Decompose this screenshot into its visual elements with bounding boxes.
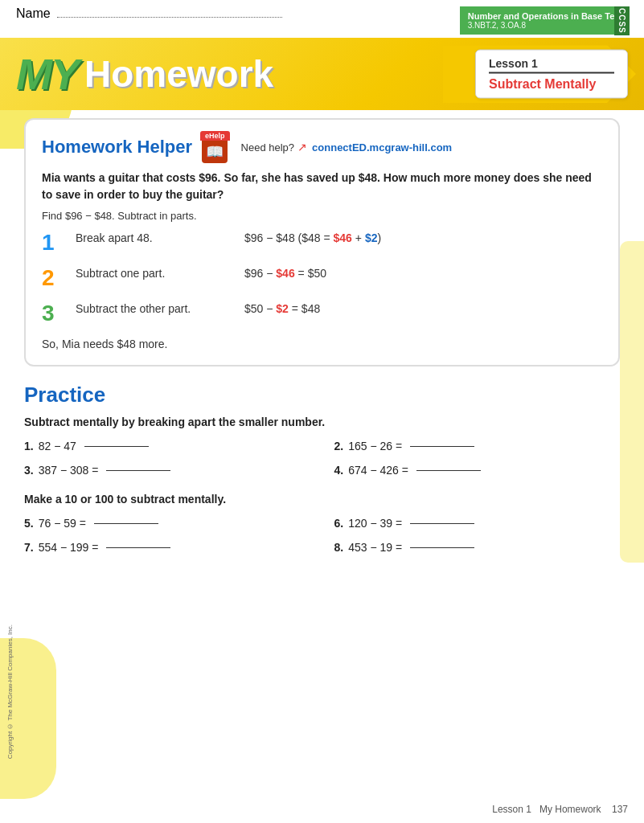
- ehelp-label: eHelp: [200, 131, 230, 141]
- answer-line-6[interactable]: [410, 523, 474, 524]
- homework-text: Homework: [84, 52, 273, 96]
- problem-4-text: 674 − 426 =: [348, 464, 408, 477]
- practice-instruction-1: Subtract mentally by breaking apart the …: [24, 416, 620, 428]
- practice-instruction-2: Make a 10 or 100 to subtract mentally.: [24, 493, 620, 506]
- footer-page: 137: [612, 804, 628, 815]
- step-3-label: Subtract the other part.: [76, 302, 196, 315]
- ehelp-icon: 📖: [202, 141, 228, 163]
- banner-text: MY Homework: [16, 49, 273, 99]
- problem-4: 4. 674 − 426 =: [334, 464, 621, 477]
- step-1-content: Break apart 48. $96 − $48 ($48 = $46 + $…: [76, 231, 602, 244]
- problem-3-num: 3.: [24, 464, 34, 477]
- step-3-content: Subtract the other part. $50 − $2 = $48: [76, 302, 602, 315]
- step-3-number: 3: [42, 302, 66, 325]
- problem-7-num: 7.: [24, 541, 34, 554]
- problem-statement: Mia wants a guitar that costs $96. So fa…: [42, 170, 602, 203]
- problem-5: 5. 76 − 59 =: [24, 517, 310, 530]
- answer-line-4[interactable]: [416, 470, 481, 471]
- connect-link[interactable]: connectED.mcgraw-hill.com: [312, 141, 452, 154]
- problem-8: 8. 453 − 19 =: [334, 541, 621, 554]
- problems-grid-2: 5. 76 − 59 = 6. 120 − 39 = 7. 554 − 199 …: [24, 517, 620, 554]
- name-input-line[interactable]: [57, 17, 282, 18]
- step-1-math: $96 − $48 ($48 = $46 + $2): [244, 231, 381, 244]
- step-2: 2 Subtract one part. $96 − $46 = $50: [42, 267, 602, 289]
- problem-6-text: 120 − 39 =: [348, 517, 402, 530]
- step-3-math: $50 − $2 = $48: [244, 302, 320, 315]
- lesson-title: Subtract Mentally: [489, 77, 614, 92]
- find-text: Find $96 − $48. Subtract in parts.: [42, 210, 602, 222]
- problem-2: 2. 165 − 26 =: [334, 440, 621, 452]
- answer-line-8[interactable]: [410, 547, 474, 548]
- footer-my-homework: My Homework: [539, 804, 601, 815]
- step-2-content: Subtract one part. $96 − $46 = $50: [76, 267, 602, 280]
- book-icon: 📖: [206, 143, 224, 161]
- helper-header: Homework Helper eHelp 📖 Need help? ↗ con…: [42, 131, 602, 163]
- ccss-label: CCSS: [614, 6, 630, 35]
- need-help-text: Need help? ↗ connectED.mcgraw-hill.com: [241, 141, 453, 154]
- practice-title: Practice: [24, 383, 620, 407]
- problem-3-text: 387 − 308 =: [39, 464, 99, 477]
- problem-7-text: 554 − 199 =: [39, 541, 99, 554]
- step-1: 1 Break apart 48. $96 − $48 ($48 = $46 +…: [42, 231, 602, 254]
- name-field: Name: [16, 6, 282, 21]
- problem-5-num: 5.: [24, 517, 34, 530]
- problem-2-num: 2.: [334, 440, 344, 452]
- copyright-text: Copyright © The McGraw-Hill Companies, I…: [6, 624, 14, 759]
- step-1-number: 1: [42, 231, 66, 254]
- problem-8-text: 453 − 19 =: [348, 541, 402, 554]
- lesson-box: Lesson 1 Subtract Mentally: [475, 50, 628, 99]
- step-3: 3 Subtract the other part. $50 − $2 = $4…: [42, 302, 602, 325]
- problem-7: 7. 554 − 199 =: [24, 541, 310, 554]
- problem-3: 3. 387 − 308 =: [24, 464, 310, 477]
- conclusion: So, Mia needs $48 more.: [42, 338, 602, 350]
- standards-title: Number and Operations in Base Ten: [468, 11, 620, 21]
- practice-section: Practice Subtract mentally by breaking a…: [24, 383, 620, 554]
- page-footer: Lesson 1 My Homework 137: [492, 804, 628, 815]
- my-text: MY: [16, 49, 78, 99]
- page-header: Name Number and Operations in Base Ten 3…: [0, 0, 644, 38]
- problem-1-num: 1.: [24, 440, 34, 452]
- problem-8-num: 8.: [334, 541, 344, 554]
- step-1-label: Break apart 48.: [76, 231, 196, 244]
- standards-box: Number and Operations in Base Ten 3.NBT.…: [460, 6, 628, 35]
- step-2-math: $96 − $46 = $50: [244, 267, 326, 280]
- answer-line-7[interactable]: [106, 547, 170, 548]
- problem-1: 1. 82 − 47: [24, 440, 310, 452]
- answer-line-2[interactable]: [410, 446, 474, 447]
- homework-helper-box: Homework Helper eHelp 📖 Need help? ↗ con…: [24, 118, 620, 366]
- problem-6: 6. 120 − 39 =: [334, 517, 621, 530]
- lesson-number: Lesson 1: [489, 57, 614, 74]
- problems-grid-1: 1. 82 − 47 2. 165 − 26 = 3. 387 − 308 = …: [24, 440, 620, 477]
- footer-lesson: Lesson 1: [492, 804, 531, 815]
- problem-5-text: 76 − 59 =: [39, 517, 86, 530]
- main-content: Homework Helper eHelp 📖 Need help? ↗ con…: [0, 110, 644, 578]
- answer-line-5[interactable]: [94, 523, 158, 524]
- problem-2-text: 165 − 26 =: [348, 440, 402, 452]
- lesson-arrow: Lesson 1 Subtract Mentally: [467, 50, 628, 99]
- problem-1-text: 82 − 47: [39, 440, 76, 452]
- step-2-number: 2: [42, 267, 66, 289]
- banner: MY Homework Lesson 1 Subtract Mentally: [0, 38, 644, 110]
- ehelp-widget[interactable]: eHelp 📖: [200, 131, 230, 163]
- answer-line-1[interactable]: [84, 446, 149, 447]
- name-label: Name: [16, 6, 51, 20]
- standards-codes: 3.NBT.2, 3.OA.8: [468, 21, 620, 30]
- step-2-label: Subtract one part.: [76, 267, 196, 280]
- helper-title: Homework Helper: [42, 137, 192, 158]
- answer-line-3[interactable]: [106, 470, 170, 471]
- problem-4-num: 4.: [334, 464, 344, 477]
- arrow-cursor-icon: ↗: [297, 141, 307, 154]
- problem-6-num: 6.: [334, 517, 344, 530]
